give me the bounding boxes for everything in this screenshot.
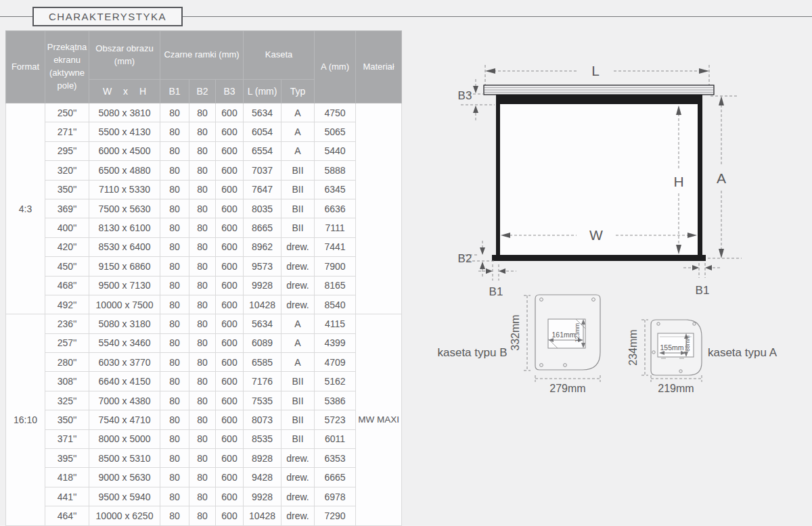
kaseta-b-width-label: 279mm	[549, 383, 585, 394]
spec-cell: 6011	[315, 429, 356, 448]
spec-cell: 80	[189, 410, 216, 429]
subheader-wxh: W x H	[89, 80, 160, 103]
table-row: 16:10236''5080 x 318080806005634A4115MW …	[6, 314, 402, 333]
table-row: 395''8500 x 531080806008928drew.6353	[6, 449, 402, 468]
subheader-b2: B2	[189, 80, 216, 103]
kaseta-b-label: kaseta typu B	[437, 346, 507, 359]
spec-cell: BII	[281, 161, 315, 180]
spec-cell: 80	[160, 257, 189, 276]
spec-cell: BII	[281, 391, 315, 410]
spec-cell: drew.	[281, 487, 315, 506]
spec-cell: 80	[189, 487, 216, 506]
kaseta-b-inner-height-label: 123mm	[574, 323, 581, 342]
spec-cell: 6500 x 4880	[89, 161, 160, 180]
spec-cell: 80	[160, 218, 189, 237]
spec-cell: 250''	[45, 103, 89, 122]
spec-cell: 450''	[45, 257, 89, 276]
col-header-material: Materiał	[356, 31, 402, 103]
spec-cell: BII	[281, 180, 315, 199]
spec-cell: 80	[189, 276, 216, 295]
spec-table-container: Format Przekątna ekranu (aktywne pole) O…	[5, 30, 402, 526]
spec-cell: 80	[189, 237, 216, 256]
spec-cell: BII	[281, 372, 315, 391]
dim-label-B1-right: B1	[696, 284, 710, 297]
table-row: 441''9500 x 594080806009928drew.6978	[6, 487, 402, 506]
spec-cell: 9500 x 7130	[89, 276, 160, 295]
dim-label-B3: B3	[458, 89, 472, 102]
spec-cell: 600	[216, 218, 244, 237]
spec-cell: 9150 x 6860	[89, 257, 160, 276]
spec-cell: 600	[216, 468, 244, 487]
spec-cell: 80	[160, 314, 189, 333]
spec-cell: 80	[160, 333, 189, 352]
spec-cell: 418''	[45, 468, 89, 487]
spec-cell: 8130 x 6100	[89, 218, 160, 237]
material-cell: MW MAXI	[356, 314, 402, 525]
spec-cell: 600	[216, 333, 244, 352]
spec-cell: 5634	[244, 314, 281, 333]
spec-cell: 5888	[315, 161, 356, 180]
spec-cell: 80	[160, 372, 189, 391]
spec-cell: 6054	[244, 122, 281, 141]
spec-cell: 80	[160, 429, 189, 448]
spec-cell: 80	[189, 103, 216, 122]
spec-cell: 10428	[244, 295, 281, 314]
spec-table-header: Format Przekątna ekranu (aktywne pole) O…	[6, 31, 402, 103]
spec-cell: drew.	[281, 276, 315, 295]
spec-cell: 80	[160, 276, 189, 295]
spec-cell: 80	[189, 353, 216, 372]
spec-cell: 80	[189, 468, 216, 487]
spec-cell: 600	[216, 103, 244, 122]
spec-cell: A	[281, 141, 315, 160]
spec-cell: 80	[160, 468, 189, 487]
spec-cell: 369''	[45, 199, 89, 218]
spec-cell: 5080 x 3810	[89, 103, 160, 122]
spec-cell: 80	[160, 103, 189, 122]
spec-cell: 9928	[244, 487, 281, 506]
table-row: 420''8530 x 640080806008962drew.7441	[6, 237, 402, 256]
col-header-format: Format	[6, 31, 45, 103]
spec-cell: 8665	[244, 218, 281, 237]
spec-cell: 600	[216, 122, 244, 141]
spec-cell: 9500 x 5940	[89, 487, 160, 506]
spec-cell: drew.	[281, 237, 315, 256]
spec-cell: 5386	[315, 391, 356, 410]
spec-cell: 7500 x 5630	[89, 199, 160, 218]
table-row: 369''7500 x 563080806008035BII6636	[6, 199, 402, 218]
spec-cell: BII	[281, 429, 315, 448]
material-cell	[356, 103, 402, 314]
spec-cell: 350''	[45, 180, 89, 199]
col-header-kaseta: Kaseta	[244, 31, 315, 80]
spec-cell: 80	[189, 391, 216, 410]
col-header-black-frames: Czarne ramki (mm)	[160, 31, 244, 80]
spec-cell: 420''	[45, 237, 89, 256]
spec-cell: 6353	[315, 449, 356, 468]
section-title: CHARAKTERYSTYKA	[32, 7, 183, 26]
table-row: 257''5540 x 346080806006089A4399	[6, 333, 402, 352]
spec-cell: 257''	[45, 333, 89, 352]
spec-cell: 400''	[45, 218, 89, 237]
spec-cell: 80	[160, 237, 189, 256]
spec-cell: 4115	[315, 314, 356, 333]
spec-cell: 325''	[45, 391, 89, 410]
spec-cell: 600	[216, 449, 244, 468]
spec-cell: 600	[216, 199, 244, 218]
spec-cell: 8962	[244, 237, 281, 256]
subheader-b3: B3	[216, 80, 244, 103]
spec-cell: 600	[216, 314, 244, 333]
spec-cell: A	[281, 122, 315, 141]
spec-cell: 271''	[45, 122, 89, 141]
dim-label-A: A	[717, 170, 726, 186]
spec-cell: 8035	[244, 199, 281, 218]
spec-cell: 600	[216, 487, 244, 506]
spec-cell: BII	[281, 410, 315, 429]
spec-cell: 7535	[244, 391, 281, 410]
table-row: 350''7110 x 533080806007647BII6345	[6, 180, 402, 199]
spec-cell: 10000 x 6250	[89, 506, 160, 525]
spec-cell: 80	[189, 449, 216, 468]
spec-cell: 4709	[315, 353, 356, 372]
spec-cell: 80	[189, 218, 216, 237]
spec-cell: 5500 x 4130	[89, 122, 160, 141]
spec-cell: 80	[189, 372, 216, 391]
spec-cell: 7290	[315, 506, 356, 525]
